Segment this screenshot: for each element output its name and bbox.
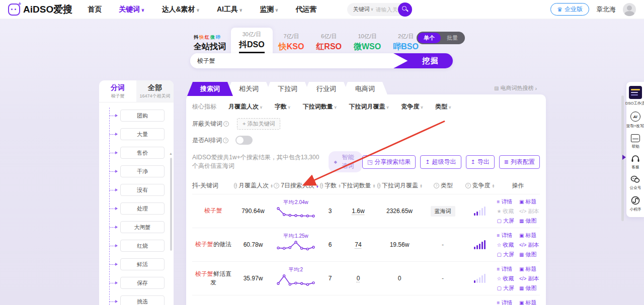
nav-search-button[interactable] xyxy=(398,3,412,17)
detail-action[interactable]: ≡详情 xyxy=(497,299,514,305)
tab-related-words[interactable]: 相关词 xyxy=(226,82,272,96)
dock-item-extract-rewrite[interactable]: AI 提取+改写 xyxy=(626,112,644,129)
big-screen-action[interactable]: ▢大屏 xyxy=(497,217,514,225)
make-chart-action[interactable]: ▦做图 xyxy=(519,284,539,292)
sidebar-tab-all[interactable]: 全部 16474个相关词 xyxy=(136,80,174,102)
dock-item-support[interactable]: 客服 xyxy=(631,155,640,170)
sidebar-word-chip[interactable]: 团购 xyxy=(120,110,165,122)
ai-sort-toggle[interactable] xyxy=(235,136,253,145)
tab-search-words[interactable]: 搜索词 xyxy=(187,82,233,96)
col-pulldown-coverage[interactable]: ?下拉词月覆盖▲▼ xyxy=(376,181,423,190)
sidebar-word-chip[interactable]: 大量 xyxy=(120,128,165,140)
title-action[interactable]: ▣标题 xyxy=(519,198,539,206)
favorite-action[interactable]: ★收藏 xyxy=(497,208,514,215)
username[interactable]: 章北海 xyxy=(596,5,616,14)
col-word-count[interactable]: ?字数▲▼ xyxy=(320,181,340,190)
sidebar-word-chip[interactable]: 红烧 xyxy=(120,240,165,252)
dock-item-dso-workflow[interactable]: DSO工作流 xyxy=(625,86,644,106)
sidebar-word-chip[interactable]: 处理 xyxy=(120,202,165,215)
big-screen-action[interactable]: ▢大屏 xyxy=(497,284,514,292)
dig-button[interactable]: 挖掘 xyxy=(393,53,453,68)
col-7day-search[interactable]: ?7日搜索人次▲▼ xyxy=(272,181,320,190)
export-button[interactable]: ↥导出 xyxy=(466,155,495,169)
filter-pulldown-count[interactable]: 下拉词数量∨ xyxy=(303,103,337,111)
sort-icon[interactable]: ▲▼ xyxy=(373,184,376,188)
mode-single-button[interactable]: 单个 xyxy=(418,33,441,43)
super-export-button[interactable]: ↥超级导出 xyxy=(420,155,461,169)
filter-word-count[interactable]: 字数∨ xyxy=(275,103,291,111)
info-icon[interactable]: ? xyxy=(274,183,279,188)
detail-action[interactable]: ≡详情 xyxy=(497,198,514,206)
nav-item-home[interactable]: 首页 xyxy=(88,5,102,14)
dock-collapse-handle[interactable] xyxy=(622,155,626,160)
sidebar-word-chip[interactable]: 没有 xyxy=(120,184,165,196)
sort-icon[interactable]: ▲▼ xyxy=(316,184,319,188)
sidebar-word-chip[interactable]: 售价 xyxy=(120,147,165,159)
keyword-input[interactable] xyxy=(190,53,391,68)
info-icon[interactable]: ? xyxy=(465,183,471,188)
sidebar-word-chip[interactable]: 干净 xyxy=(120,165,165,177)
big-screen-action[interactable]: ▢大屏 xyxy=(497,251,514,258)
mode-batch-button[interactable]: 批量 xyxy=(441,33,464,43)
enterprise-button[interactable]: ♛企业版 xyxy=(550,3,589,16)
title-action[interactable]: ▣标题 xyxy=(519,265,539,273)
filter-competition[interactable]: 竞争度∨ xyxy=(401,103,423,111)
sidebar-word-chip[interactable]: 挑选 xyxy=(120,295,165,305)
pulldown-count-value[interactable]: 1.6w xyxy=(340,208,376,215)
tab-ecommerce-words[interactable]: 电商词 xyxy=(342,82,388,96)
share-results-button[interactable]: ◳分享搜索结果 xyxy=(362,155,416,169)
search-category[interactable]: 关键词 xyxy=(353,6,370,13)
info-icon[interactable]: ? xyxy=(223,121,229,127)
nav-item-creators[interactable]: 达人&素材∨ xyxy=(162,5,200,14)
sidebar-word-chip[interactable]: 保存 xyxy=(120,277,165,289)
info-icon[interactable]: ? xyxy=(223,138,228,143)
make-chart-action[interactable]: ▦做图 xyxy=(519,217,539,225)
detail-action[interactable]: ≡详情 xyxy=(497,265,514,273)
col-competition[interactable]: ?竞争度▲▼ xyxy=(463,181,496,190)
filter-pulldown-coverage[interactable]: 下拉词月覆盖∨ xyxy=(349,103,389,111)
info-icon[interactable]: ? xyxy=(434,183,439,188)
copy-action[interactable]: </>副本 xyxy=(519,275,539,282)
detail-action[interactable]: ≡详情 xyxy=(497,232,514,239)
make-chart-action[interactable]: ▦做图 xyxy=(519,251,539,258)
sidebar-tab-split[interactable]: 分词 梭子蟹 xyxy=(99,80,136,102)
pulldown-count-value[interactable]: 0 xyxy=(340,275,376,282)
ecommerce-hot-list-link[interactable]: ▨ 电商词热搜榜 › xyxy=(494,84,537,92)
scroll-up-icon[interactable]: ▲ xyxy=(169,152,173,155)
keyword-link[interactable]: 梭子蟹 xyxy=(195,270,213,277)
nav-item-monitor[interactable]: 监测∨ xyxy=(260,5,278,14)
sidebar-scrollbar[interactable] xyxy=(170,158,172,251)
nav-item-agency[interactable]: 代运营 xyxy=(296,5,317,14)
tab-pulldown-words[interactable]: 下拉词 xyxy=(265,82,310,96)
col-pulldown-count[interactable]: 下拉词数量▲▼ xyxy=(340,181,376,190)
info-icon[interactable]: ? xyxy=(377,183,380,188)
app-logo[interactable]: AiDSO爱搜 xyxy=(8,3,72,16)
tab-industry-words[interactable]: 行业词 xyxy=(303,82,349,96)
sort-icon[interactable]: ▲▼ xyxy=(492,184,495,188)
avatar[interactable] xyxy=(623,3,636,16)
favorite-action[interactable]: ☆收藏 xyxy=(497,275,514,282)
sidebar-word-chip[interactable]: 大闸蟹 xyxy=(120,221,165,233)
copy-action[interactable]: </>副本 xyxy=(519,208,539,215)
col-monthly-coverage[interactable]: ?月覆盖人次▲▼ xyxy=(234,181,272,190)
add-keyword-button[interactable]: + 添加关键词 xyxy=(237,118,280,130)
title-action[interactable]: ▣标题 xyxy=(519,299,539,305)
info-icon[interactable]: ? xyxy=(234,183,237,188)
sidebar-word-chip[interactable]: 鲜活 xyxy=(120,258,165,270)
keyword-link[interactable]: 梭子蟹 xyxy=(195,241,213,248)
pulldown-count-value[interactable]: 74 xyxy=(340,241,376,248)
filter-type[interactable]: 类型∨ xyxy=(435,103,451,111)
dock-item-mini-program[interactable]: 小程序 xyxy=(629,196,641,212)
favorite-action[interactable]: ☆收藏 xyxy=(497,241,514,249)
keyword-link[interactable]: 梭子蟹 xyxy=(204,207,222,214)
info-icon[interactable]: ? xyxy=(320,183,323,188)
list-config-button[interactable]: ≣列表配置 xyxy=(499,155,540,169)
nav-item-keywords[interactable]: 关键词∨ xyxy=(119,5,144,14)
dock-item-help[interactable]: 帮助 xyxy=(631,134,640,149)
copy-action[interactable]: </>副本 xyxy=(519,241,539,249)
dock-item-wechat[interactable]: 公众号 xyxy=(629,175,641,190)
title-action[interactable]: ▣标题 xyxy=(519,232,539,239)
filter-monthly-coverage[interactable]: 月覆盖人次∨ xyxy=(228,103,263,111)
nav-item-ai-tools[interactable]: AI工具∨ xyxy=(217,5,243,14)
smart-pick-button[interactable]: ◆智能选词 xyxy=(329,151,362,172)
